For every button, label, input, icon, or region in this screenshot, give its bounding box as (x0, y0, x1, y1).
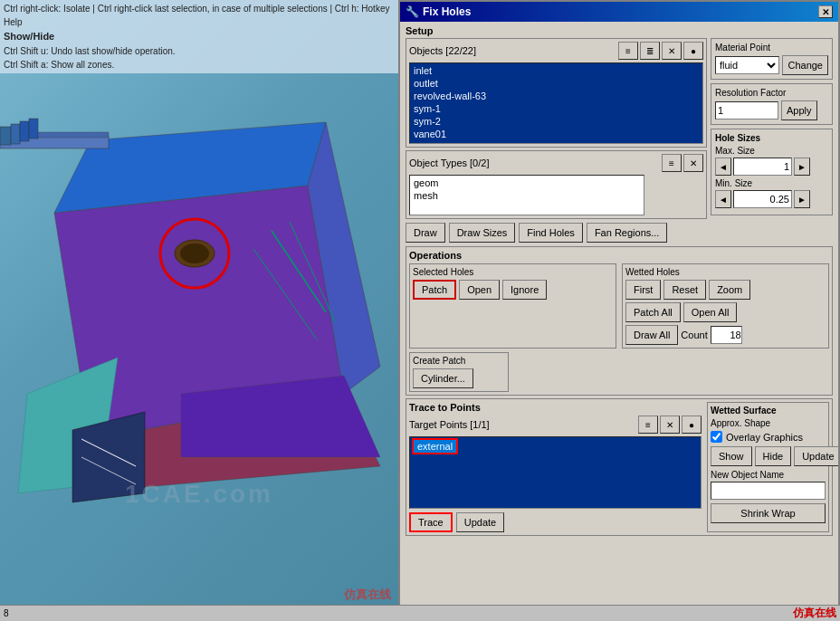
objects-toolbar-btn-4[interactable]: ● (683, 42, 703, 60)
status-bar: 8 仿真在线 (0, 605, 840, 621)
min-size-input[interactable] (733, 190, 792, 208)
create-patch-box: Create Patch Cylinder... (409, 352, 509, 392)
watermark-logo: 仿真在线 (344, 587, 391, 603)
objects-listbox[interactable]: inlet outlet revolved-wall-63 sym-1 sym-… (409, 62, 703, 144)
resolution-input[interactable] (715, 101, 778, 119)
setup-right: Material Point fluid Change Resolution F… (711, 38, 833, 219)
material-point-title: Material Point (715, 43, 828, 53)
setup-section-title: Setup (406, 25, 833, 36)
trace-section: Trace to Points Target Points [1/1] ≡ ✕ … (406, 398, 833, 536)
ignore-button[interactable]: Ignore (502, 280, 547, 300)
update-surface-button[interactable]: Update (794, 446, 838, 466)
shrink-wrap-button[interactable]: Shrink Wrap (711, 503, 826, 523)
list-item[interactable]: sym-1 (412, 102, 701, 115)
max-size-increment[interactable]: ► (794, 158, 810, 176)
max-size-input[interactable] (733, 158, 792, 176)
list-item[interactable]: vane01 (412, 128, 701, 140)
trace-toolbar-btn-3[interactable]: ● (682, 416, 702, 434)
open-all-button[interactable]: Open All (683, 302, 738, 322)
list-item[interactable]: sym-2 (412, 115, 701, 128)
patch-all-button[interactable]: Patch All (625, 302, 681, 322)
hide-button[interactable]: Hide (755, 446, 792, 466)
selected-holes-buttons: Patch Open Ignore (413, 280, 613, 300)
list-item[interactable]: outlet (412, 77, 701, 90)
first-button[interactable]: First (625, 280, 661, 300)
objects-toolbar-btn-1[interactable]: ≡ (618, 42, 638, 60)
objects-label: Objects [22/22] (409, 45, 476, 56)
max-size-spinner-row: ◄ ► (715, 158, 828, 176)
show-button[interactable]: Show (711, 446, 752, 466)
new-obj-name-input[interactable] (711, 482, 826, 500)
status-logo: 仿真在线 (793, 606, 836, 621)
viewport-panel: Ctrl right-click: Isolate | Ctrl right-c… (0, 0, 398, 621)
object-types-label: Object Types [0/2] (409, 158, 489, 168)
dialog-titlebar: 🔧 Fix Holes ✕ (400, 2, 838, 22)
draw-sizes-button[interactable]: Draw Sizes (449, 223, 516, 243)
object-types-listbox[interactable]: geom mesh (409, 175, 644, 215)
wetted-holes-box: Wetted Holes First Reset Zoom Patch All … (622, 263, 829, 349)
trace-listbox[interactable]: external (409, 436, 702, 509)
hole-sizes-box: Hole Sizes Max. Size ◄ ► Min. Size ◄ ► (711, 129, 833, 215)
list-item[interactable]: vane02 (412, 140, 701, 144)
update-trace-button[interactable]: Update (456, 512, 504, 532)
show-hide-buttons-row: Show Hide Update (711, 446, 826, 466)
trace-toolbar-btn-2[interactable]: ✕ (660, 416, 680, 434)
objects-toolbar-btn-3[interactable]: ✕ (662, 42, 682, 60)
fan-regions-button[interactable]: Fan Regions... (587, 223, 668, 243)
list-item[interactable]: mesh (412, 189, 642, 202)
draw-button[interactable]: Draw (406, 223, 445, 243)
list-item[interactable]: revolved-wall-63 (412, 90, 701, 102)
overlay-graphics-checkbox[interactable] (711, 431, 722, 443)
trace-header-row: Trace to Points (409, 402, 702, 413)
fix-holes-dialog: 🔧 Fix Holes ✕ Setup Objects [22/22] ≡ ≣ … (398, 0, 840, 621)
max-size-decrement[interactable]: ◄ (715, 158, 731, 176)
count-input[interactable] (711, 326, 742, 344)
overlay-graphics-row: Overlay Graphics (711, 431, 826, 443)
change-button[interactable]: Change (782, 55, 828, 75)
obj-types-btn-2[interactable]: ✕ (683, 154, 703, 172)
overlay-graphics-label: Overlay Graphics (726, 432, 803, 443)
trace-list-item[interactable]: external (412, 438, 458, 454)
object-types-header: Object Types [0/2] ≡ ✕ (409, 154, 703, 172)
resolution-factor-box: Resolution Factor Apply (711, 83, 833, 125)
svg-rect-10 (29, 119, 38, 139)
obj-types-btn-1[interactable]: ≡ (662, 154, 682, 172)
trace-toolbar-btn-1[interactable]: ≡ (638, 416, 658, 434)
operations-title: Operations (409, 250, 829, 261)
operations-columns: Selected Holes Patch Open Ignore Wetted … (409, 263, 829, 349)
trace-left: Trace to Points Target Points [1/1] ≡ ✕ … (409, 402, 702, 532)
find-holes-button[interactable]: Find Holes (519, 223, 583, 243)
show-hide-label: Show/Hide (4, 29, 395, 44)
3d-scene-svg: 1CAE.com (0, 50, 398, 611)
min-size-increment[interactable]: ► (794, 190, 810, 208)
patch-button[interactable]: Patch (413, 280, 456, 300)
svg-rect-7 (0, 127, 11, 145)
object-types-section: Object Types [0/2] ≡ ✕ geom mesh (406, 150, 707, 219)
open-button[interactable]: Open (459, 280, 500, 300)
target-points-label: Target Points [1/1] (409, 419, 490, 430)
hole-sizes-title: Hole Sizes (715, 133, 828, 143)
objects-toolbar-btn-2[interactable]: ≣ (640, 42, 660, 60)
list-item[interactable]: geom (412, 177, 642, 189)
setup-content-row: Objects [22/22] ≡ ≣ ✕ ● inlet outlet rev… (406, 38, 833, 246)
trace-button[interactable]: Trace (409, 512, 453, 532)
draw-all-button[interactable]: Draw All (625, 325, 678, 345)
apply-button[interactable]: Apply (781, 100, 817, 120)
approx-shape-label: Approx. Shape (711, 418, 826, 428)
wetted-surface-title: Wetted Surface (711, 406, 826, 416)
material-point-select[interactable]: fluid (715, 56, 779, 74)
close-button[interactable]: ✕ (818, 5, 833, 18)
trace-points-header: Target Points [1/1] ≡ ✕ ● (409, 416, 702, 434)
list-item[interactable]: inlet (412, 64, 701, 77)
status-left-num: 8 (4, 608, 9, 618)
draw-buttons-row: Draw Draw Sizes Find Holes Fan Regions..… (406, 223, 707, 243)
cylinder-button[interactable]: Cylinder... (413, 368, 473, 388)
min-size-spinner-row: ◄ ► (715, 190, 828, 208)
reset-button[interactable]: Reset (663, 280, 706, 300)
min-size-label: Min. Size (715, 178, 828, 188)
min-size-decrement[interactable]: ◄ (715, 190, 731, 208)
wetted-holes-title: Wetted Holes (625, 267, 826, 277)
zoom-button[interactable]: Zoom (709, 280, 750, 300)
setup-left: Objects [22/22] ≡ ≣ ✕ ● inlet outlet rev… (406, 38, 707, 246)
svg-text:1CAE.com: 1CAE.com (125, 480, 273, 508)
